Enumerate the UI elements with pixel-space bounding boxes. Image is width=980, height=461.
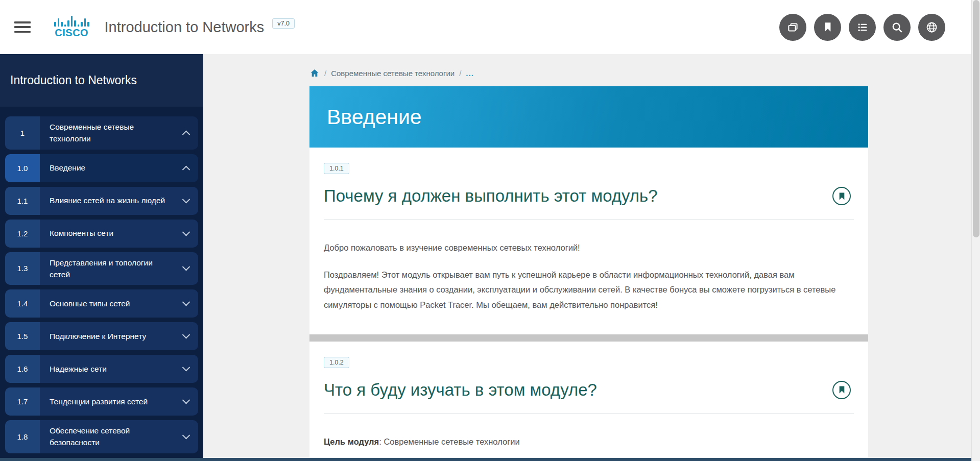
section-number: 1.7 bbox=[5, 387, 40, 416]
sidebar-item-1.2[interactable]: 1.2 Компоненты сети bbox=[5, 220, 198, 248]
pages-icon[interactable] bbox=[779, 14, 806, 41]
cisco-logo-text: CISCO bbox=[55, 27, 88, 39]
section-badge: 1.0.1 bbox=[324, 163, 349, 174]
lesson-card: Введение 1.0.1 Почему я должен выполнить… bbox=[309, 86, 868, 458]
sidebar-item-1.6[interactable]: 1.6 Надежные сети bbox=[5, 355, 198, 383]
header-toolbar bbox=[779, 14, 945, 41]
section-label: Влияние сетей на жизнь людей bbox=[40, 187, 174, 215]
chevron-up-icon bbox=[174, 154, 198, 182]
bookmark-icon bbox=[839, 192, 845, 200]
home-icon[interactable] bbox=[309, 68, 320, 78]
section-number: 1.1 bbox=[5, 187, 40, 215]
section-number: 1.6 bbox=[5, 355, 40, 383]
chevron-down-icon bbox=[174, 220, 198, 248]
app-header: CISCO Introduction to Networks v7.0 bbox=[0, 0, 980, 54]
paragraph: Добро пожаловать в изучение современных … bbox=[324, 241, 854, 255]
chevron-down-icon bbox=[174, 252, 198, 285]
footer-bar bbox=[0, 458, 980, 461]
section-label: Современные сетевые технологии bbox=[40, 116, 174, 150]
sidebar-item-1[interactable]: 1 Современные сетевые технологии bbox=[5, 116, 198, 150]
globe-icon[interactable] bbox=[918, 14, 945, 41]
chevron-down-icon bbox=[174, 289, 198, 318]
section-label: Компоненты сети bbox=[40, 220, 174, 248]
breadcrumb-module-link[interactable]: Современные сетевые технологии bbox=[331, 69, 455, 78]
chevron-down-icon bbox=[174, 387, 198, 416]
section-number: 1.2 bbox=[5, 220, 40, 248]
course-title: Introduction to Networks bbox=[105, 19, 265, 36]
section-1.0.1: 1.0.1 Почему я должен выполнить этот мод… bbox=[309, 148, 868, 323]
section-label: Обеспечение сетевой безопасности bbox=[40, 420, 174, 453]
section-number: 1.5 bbox=[5, 322, 40, 350]
sidebar-header: Introduction to Networks bbox=[0, 54, 203, 107]
module-goal: Цель модуля: Современные сетевые техноло… bbox=[324, 435, 854, 449]
section-bookmark-button[interactable] bbox=[832, 381, 851, 399]
section-label: Тенденции развития сетей bbox=[40, 387, 174, 416]
cisco-logo: CISCO bbox=[54, 15, 89, 39]
section-number: 1.0 bbox=[5, 154, 40, 182]
section-label: Надежные сети bbox=[40, 355, 174, 383]
breadcrumb: / Современные сетевые технологии / ... bbox=[309, 68, 980, 78]
chevron-down-icon bbox=[174, 322, 198, 350]
section-label: Подключение к Интернету bbox=[40, 322, 174, 350]
chevron-up-icon bbox=[174, 116, 198, 150]
version-badge: v7.0 bbox=[272, 18, 295, 29]
section-number: 1.4 bbox=[5, 289, 40, 318]
topic-banner: Введение bbox=[309, 86, 868, 148]
sidebar-item-1.4[interactable]: 1.4 Основные типы сетей bbox=[5, 289, 198, 318]
course-sidebar: Introduction to Networks 1 Современные с… bbox=[0, 54, 203, 458]
section-badge: 1.0.2 bbox=[324, 357, 349, 368]
scrollbar[interactable] bbox=[971, 0, 980, 461]
breadcrumb-ellipsis[interactable]: ... bbox=[466, 69, 474, 78]
section-heading: Что я буду изучать в этом модуле? bbox=[324, 380, 597, 400]
sidebar-item-1.1[interactable]: 1.1 Влияние сетей на жизнь людей bbox=[5, 187, 198, 215]
sidebar-nav: 1 Современные сетевые технологии 1.0 Вве… bbox=[0, 107, 203, 453]
module-goal-label: Цель модуля bbox=[324, 437, 379, 446]
sidebar-item-1.7[interactable]: 1.7 Тенденции развития сетей bbox=[5, 387, 198, 416]
module-goal-text: : Современные сетевые технологии bbox=[379, 437, 519, 446]
sidebar-item-1.3[interactable]: 1.3 Представления и топологии сетей bbox=[5, 252, 198, 285]
section-label: Представления и топологии сетей bbox=[40, 252, 174, 285]
paragraph: Поздравляем! Этот модуль открывает вам п… bbox=[324, 268, 854, 313]
cisco-logo-bars-icon bbox=[54, 15, 89, 27]
section-label: Введение bbox=[40, 154, 174, 182]
heading-rule bbox=[324, 220, 854, 220]
topic-banner-title: Введение bbox=[327, 105, 422, 129]
list-icon[interactable] bbox=[849, 14, 876, 41]
section-label: Основные типы сетей bbox=[40, 289, 174, 318]
bookmark-icon[interactable] bbox=[814, 14, 841, 41]
chevron-down-icon bbox=[174, 420, 198, 453]
sidebar-item-1.8[interactable]: 1.8 Обеспечение сетевой безопасности bbox=[5, 420, 198, 453]
section-bookmark-button[interactable] bbox=[832, 187, 851, 205]
breadcrumb-separator: / bbox=[459, 69, 461, 78]
section-heading: Почему я должен выполнить этот модуль? bbox=[324, 186, 658, 206]
chevron-down-icon bbox=[174, 355, 198, 383]
content-pane: / Современные сетевые технологии / ... В… bbox=[203, 54, 980, 458]
sidebar-course-title: Introduction to Networks bbox=[10, 74, 137, 87]
hamburger-menu-icon[interactable] bbox=[14, 21, 31, 33]
scrollbar-thumb[interactable] bbox=[973, 0, 979, 237]
section-number: 1 bbox=[5, 116, 40, 150]
section-number: 1.8 bbox=[5, 420, 40, 453]
breadcrumb-separator: / bbox=[324, 69, 326, 78]
section-number: 1.3 bbox=[5, 252, 40, 285]
heading-rule bbox=[324, 414, 854, 414]
section-1.0.2: 1.0.2 Что я буду изучать в этом модуле? … bbox=[309, 342, 868, 458]
bookmark-icon bbox=[839, 386, 845, 394]
sidebar-item-1.5[interactable]: 1.5 Подключение к Интернету bbox=[5, 322, 198, 350]
section-divider bbox=[309, 334, 868, 342]
chevron-down-icon bbox=[174, 187, 198, 215]
search-icon[interactable] bbox=[883, 14, 911, 41]
sidebar-item-1.0[interactable]: 1.0 Введение bbox=[5, 154, 198, 182]
